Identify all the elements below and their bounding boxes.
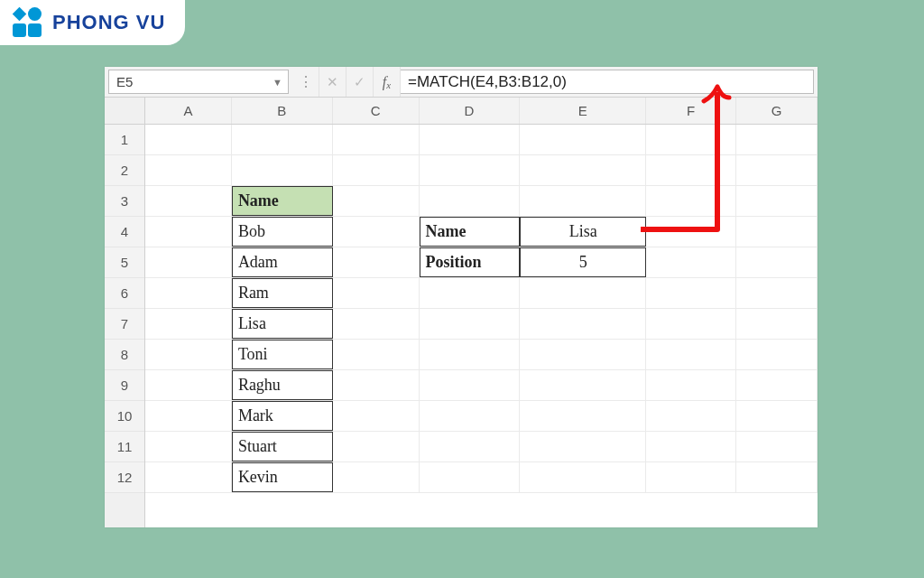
list-item-cell[interactable]: Lisa [232, 309, 333, 339]
cell[interactable] [520, 186, 646, 216]
cell[interactable] [520, 155, 646, 185]
cell[interactable] [333, 462, 420, 492]
list-item-cell[interactable]: Ram [232, 278, 333, 308]
cell[interactable] [232, 155, 333, 185]
cell[interactable] [333, 432, 420, 461]
cell[interactable] [520, 432, 646, 461]
column-header[interactable]: A [145, 98, 232, 124]
cell[interactable] [333, 278, 420, 308]
name-box[interactable]: E5 ▼ [108, 70, 289, 94]
cell[interactable] [646, 462, 736, 492]
list-item-cell[interactable]: Toni [232, 340, 333, 369]
cell[interactable] [333, 217, 420, 247]
cell[interactable] [232, 125, 333, 154]
cell[interactable] [420, 278, 521, 308]
enter-check-icon[interactable]: ✓ [346, 67, 374, 97]
cell[interactable] [520, 370, 646, 400]
cell[interactable] [520, 125, 646, 154]
column-header[interactable]: D [420, 98, 521, 124]
cell[interactable] [333, 401, 420, 431]
cell[interactable] [736, 155, 818, 185]
row-header[interactable]: 11 [105, 432, 144, 462]
cell[interactable] [420, 370, 521, 400]
cell[interactable] [520, 309, 646, 339]
cell[interactable] [145, 247, 232, 277]
cell[interactable] [145, 340, 232, 369]
cell[interactable] [646, 186, 736, 216]
cell[interactable] [145, 186, 232, 216]
list-item-cell[interactable]: Raghu [232, 370, 333, 400]
cell[interactable] [736, 340, 818, 369]
column-header[interactable]: E [520, 98, 646, 124]
cell[interactable] [420, 155, 521, 185]
row-header[interactable]: 2 [105, 155, 144, 186]
list-item-cell[interactable]: Kevin [232, 462, 333, 492]
row-header[interactable]: 3 [105, 186, 144, 217]
cell[interactable] [646, 217, 736, 247]
row-header[interactable]: 7 [105, 309, 144, 340]
row-header[interactable]: 5 [105, 247, 144, 278]
cell[interactable] [333, 125, 420, 154]
cell[interactable] [333, 340, 420, 369]
cell[interactable] [333, 247, 420, 277]
formula-input[interactable]: =MATCH(E4,B3:B12,0) [401, 70, 814, 94]
cell[interactable] [646, 401, 736, 431]
row-header[interactable]: 8 [105, 340, 144, 370]
cell[interactable] [736, 401, 818, 431]
cell[interactable] [736, 186, 818, 216]
cell[interactable] [736, 432, 818, 461]
select-all-corner[interactable] [105, 98, 144, 125]
fx-icon[interactable]: fx [374, 67, 401, 97]
list-item-cell[interactable]: Bob [232, 217, 333, 247]
vertical-dots-icon[interactable]: ⋮ [292, 67, 319, 97]
list-item-cell[interactable]: Stuart [232, 432, 333, 461]
cell[interactable] [736, 278, 818, 308]
cell[interactable] [520, 278, 646, 308]
cell[interactable] [420, 401, 521, 431]
cell[interactable] [736, 247, 818, 277]
cell[interactable] [736, 370, 818, 400]
row-header[interactable]: 9 [105, 370, 144, 401]
chevron-down-icon[interactable]: ▼ [273, 77, 282, 88]
cell[interactable] [333, 309, 420, 339]
cancel-icon[interactable]: ✕ [319, 67, 346, 97]
column-header[interactable]: G [736, 98, 818, 124]
column-header[interactable]: C [333, 98, 420, 124]
cell[interactable] [145, 217, 232, 247]
cell[interactable] [420, 186, 521, 216]
row-header[interactable]: 1 [105, 125, 144, 155]
column-header[interactable]: B [232, 98, 333, 124]
cell[interactable] [646, 278, 736, 308]
cell[interactable] [736, 217, 818, 247]
list-item-cell[interactable]: Adam [232, 247, 333, 277]
list-header-cell[interactable]: Name [232, 186, 333, 216]
cell[interactable] [646, 309, 736, 339]
cell[interactable] [646, 247, 736, 277]
cell[interactable] [420, 432, 521, 461]
cell[interactable] [145, 462, 232, 492]
cell[interactable] [520, 462, 646, 492]
row-header[interactable]: 12 [105, 462, 144, 493]
cell[interactable] [145, 278, 232, 308]
column-header[interactable]: F [646, 98, 736, 124]
cell[interactable] [736, 309, 818, 339]
cell[interactable] [646, 155, 736, 185]
cell[interactable] [145, 155, 232, 185]
cell[interactable] [420, 340, 521, 369]
lookup-name-label[interactable]: Name [420, 217, 521, 247]
cell[interactable] [333, 186, 420, 216]
cell[interactable] [646, 432, 736, 461]
cell[interactable] [736, 462, 818, 492]
cell[interactable] [520, 340, 646, 369]
cell[interactable] [333, 155, 420, 185]
cell[interactable] [145, 370, 232, 400]
list-item-cell[interactable]: Mark [232, 401, 333, 431]
cell[interactable] [145, 401, 232, 431]
cell[interactable] [145, 309, 232, 339]
cell[interactable] [145, 125, 232, 154]
row-header[interactable]: 4 [105, 217, 144, 247]
lookup-name-value[interactable]: Lisa [520, 217, 646, 247]
cell[interactable] [646, 125, 736, 154]
lookup-position-value[interactable]: 5 [520, 247, 646, 277]
cell[interactable] [333, 370, 420, 400]
